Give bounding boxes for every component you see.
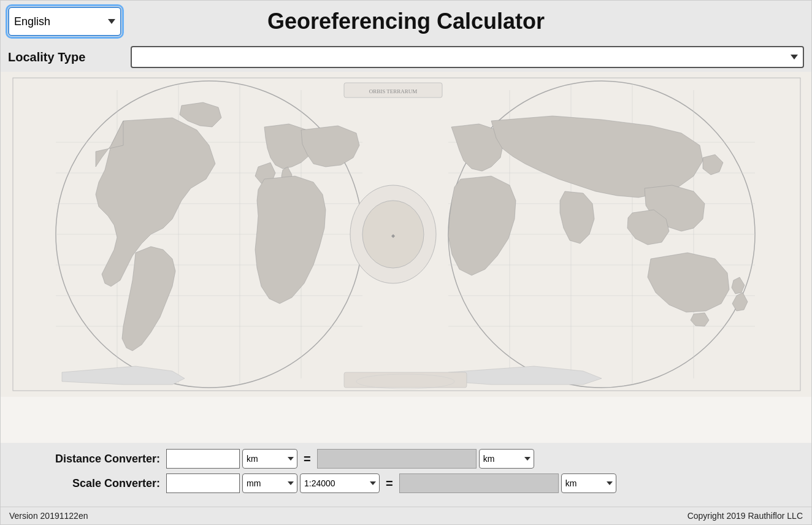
locality-row: Locality Type Named Place Coordinates On… <box>1 42 811 72</box>
scale-ratio-select[interactable]: 1:24000 1:50000 1:100000 1:250000 <box>300 473 380 493</box>
version-label: Version 20191122en <box>9 511 88 521</box>
map-area: ◆ <box>1 72 811 443</box>
scale-converter-label: Scale Converter: <box>13 477 160 490</box>
distance-converter-label: Distance Converter: <box>13 453 160 466</box>
svg-text:◆: ◆ <box>391 233 396 239</box>
distance-unit-from-select[interactable]: km m mi ft yd <box>242 449 297 469</box>
copyright-label: Copyright 2019 Rauthiflor LLC <box>688 511 803 521</box>
svg-text:ORBIS TERRARUM: ORBIS TERRARUM <box>369 88 418 94</box>
app-container: English Spanish French Portuguese Georef… <box>0 0 812 525</box>
header-row: English Spanish French Portuguese Georef… <box>1 1 811 42</box>
svg-rect-28 <box>344 372 467 388</box>
scale-equals: = <box>386 477 393 491</box>
scale-unit-from-select[interactable]: mm cm in <box>242 473 297 493</box>
distance-converter-input[interactable] <box>166 449 240 469</box>
language-select[interactable]: English Spanish French Portuguese <box>8 7 121 36</box>
world-map-svg: ◆ <box>1 72 811 397</box>
distance-converter-row: Distance Converter: km m mi ft yd = km m… <box>13 449 799 469</box>
scale-converter-row: Scale Converter: mm cm in 1:24000 1:5000… <box>13 473 799 493</box>
scale-unit-to-select[interactable]: km m mi ft <box>561 473 616 493</box>
locality-type-select[interactable]: Named Place Coordinates Only Distance Al… <box>131 46 804 68</box>
scale-result-input <box>399 473 559 493</box>
distance-equals: = <box>304 452 311 466</box>
distance-unit-to-select[interactable]: km m mi ft yd <box>479 449 534 469</box>
page-title: Georeferencing Calculator <box>267 9 545 34</box>
world-map: ◆ <box>1 72 811 443</box>
locality-type-label: Locality Type <box>8 50 131 64</box>
scale-converter-input[interactable] <box>166 473 240 493</box>
footer-row: Version 20191122en Copyright 2019 Rauthi… <box>1 507 811 524</box>
bottom-controls: Distance Converter: km m mi ft yd = km m… <box>1 443 811 507</box>
distance-result-input <box>317 449 477 469</box>
